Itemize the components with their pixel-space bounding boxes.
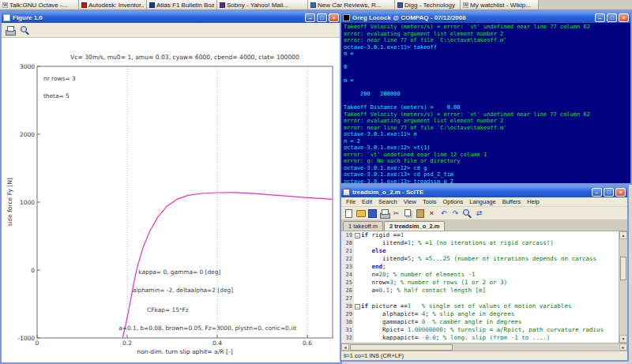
print-icon[interactable] [379, 208, 389, 219]
browser-tab[interactable]: WMy watchlist - Wikip... [461, 0, 539, 9]
scite-titlebar[interactable]: treadsim_o_2.m - SciTE – □ × [341, 186, 627, 197]
fold-margin [354, 334, 361, 342]
horizontal-scrollbar[interactable]: ◄ ► [341, 343, 627, 351]
console-line: octave-3.0.1.exe:11> takeoff [344, 44, 628, 51]
code-line: 27 [341, 295, 619, 302]
menu-options[interactable]: Options [439, 198, 466, 205]
undo-icon[interactable] [438, 208, 449, 219]
print-icon[interactable] [5, 25, 15, 36]
scrollbar-thumb[interactable] [350, 344, 453, 351]
close-button[interactable]: × [329, 13, 339, 22]
code-pane[interactable]: 19−if rigid ==120 iitend=1; % =1 (no ite… [341, 231, 619, 343]
paste-icon[interactable] [415, 208, 425, 219]
y-tick-label: 1000 [20, 199, 35, 206]
y-tick-label: 3000 [20, 63, 35, 70]
scroll-right-arrow[interactable]: ► [619, 343, 627, 351]
menu-buffers[interactable]: Buffers [499, 198, 525, 205]
close-button[interactable]: × [619, 13, 629, 22]
line-number: 21 [341, 247, 354, 255]
y-axis-label: side force Fy [N] [6, 178, 13, 227]
browser-tab[interactable]: Digg - Technology [395, 0, 461, 9]
maximize-button[interactable]: □ [317, 13, 327, 22]
fold-margin [354, 295, 361, 302]
console-output[interactable]: Takeoff Velocity (meters/s) = error: `vt… [341, 23, 630, 183]
scrollbar-thumb[interactable] [620, 257, 626, 280]
scite-icon [343, 189, 350, 196]
console-line: Takeoff Velocity (meters/s) = error: `vt… [344, 111, 628, 118]
console-window-title: Greg Locock @ COMPAQ - 07/12/2008 [352, 14, 592, 21]
code-line: 24 n=20; % number of elements -1 [341, 271, 619, 279]
figure-window: Figure 1.0 – □ × 00.20.40.6-100001000200… [0, 10, 342, 364]
line-number: 28 [341, 302, 354, 310]
scite-window: treadsim_o_2.m - SciTE – □ × FileEditSea… [340, 185, 629, 362]
console-line: error: evaluating argument list element … [344, 31, 628, 38]
atlas-f1-icon [149, 2, 155, 8]
figure-titlebar[interactable]: Figure 1.0 – □ × [2, 12, 340, 23]
menu-language[interactable]: Language [466, 198, 498, 205]
line-number: 27 [341, 295, 354, 302]
close-button[interactable]: × [615, 188, 626, 197]
menu-help[interactable]: Help [524, 198, 542, 205]
vertical-scrollbar[interactable]: ▲ ▼ [619, 231, 627, 343]
line-number: 26 [341, 287, 354, 295]
code-text: iitend=1; % =1 (no iterations at rigid c… [361, 239, 554, 247]
fold-margin [354, 287, 361, 295]
copy-icon[interactable] [403, 208, 413, 219]
save-icon[interactable] [367, 208, 378, 219]
minimize-button[interactable]: – [595, 13, 605, 22]
browser-tab[interactable]: Autodesk: Inventor... [79, 0, 147, 9]
wikipedia-icon: W [463, 2, 468, 8]
editor-tab[interactable]: 1 takeoff.m [343, 221, 383, 231]
editor-area[interactable]: 19−if rigid ==120 iitend=1; % =1 (no ite… [341, 231, 627, 343]
console-window-buttons: – □ × [595, 13, 629, 22]
editor-tab-bar: 1 takeoff.m2 treadsim_o_2.m [341, 220, 627, 231]
scroll-left-arrow[interactable]: ◄ [341, 343, 349, 351]
fold-toggle-icon[interactable]: − [355, 233, 360, 238]
plot-annotation: theta= 5 [43, 92, 70, 99]
menu-edit[interactable]: Edit [359, 198, 375, 205]
minimize-button[interactable]: – [592, 188, 602, 197]
browser-tab[interactable]: Sobny - Yahoo! Mail... [217, 0, 308, 9]
fold-toggle-icon[interactable]: − [355, 304, 360, 310]
browser-tab[interactable]: Atlas F1 Bulletin Boa... [147, 0, 217, 9]
browser-tab-label: Talk:GNU Octave -... [9, 2, 67, 9]
y-tick-label: 2000 [20, 131, 35, 138]
browser-tab[interactable]: WTalk:GNU Octave -... [0, 0, 79, 9]
delete-icon[interactable] [427, 208, 437, 219]
code-line: 21 else [341, 247, 619, 255]
find-icon[interactable] [462, 208, 472, 219]
menu-file[interactable]: File [343, 198, 359, 205]
redo-icon[interactable] [450, 208, 461, 219]
browser-tab[interactable]: New Car Reviews, R... [308, 0, 395, 9]
fold-margin [354, 279, 361, 287]
console-titlebar[interactable]: Greg Locock @ COMPAQ - 07/12/2008 – □ × [341, 12, 630, 23]
x-tick-label: 0.4 [213, 340, 222, 347]
menu-search[interactable]: Search [375, 198, 401, 205]
open-folder-icon[interactable] [356, 208, 366, 219]
code-text: Rpict= 1.00000000; % turnslip = a/Rpict,… [361, 326, 604, 334]
menu-view[interactable]: View [401, 198, 419, 205]
zoom-icon[interactable] [20, 25, 30, 36]
console-line [344, 71, 628, 78]
code-line: 19−if rigid ==1 [341, 231, 619, 239]
plot-area: 00.20.40.6-10000100020003000nr rows= 3th… [2, 38, 340, 362]
replace-icon[interactable] [474, 208, 484, 219]
console-line: octave-3.0.1.exe:12> vt(1) [344, 144, 628, 152]
minimize-button[interactable]: – [305, 13, 315, 22]
maximize-button[interactable]: □ [604, 188, 614, 197]
line-number: 25 [341, 279, 354, 287]
menu-tools[interactable]: Tools [419, 198, 440, 205]
console-line: octave-3.0.1.exe:12> cd g [344, 165, 628, 172]
line-number: 22 [341, 255, 354, 263]
x-tick-label: 0.6 [303, 340, 312, 347]
console-icon [343, 14, 350, 21]
fold-margin [354, 318, 361, 326]
new-file-icon[interactable] [344, 208, 354, 219]
scroll-up-arrow[interactable]: ▲ [619, 231, 627, 239]
editor-tab[interactable]: 2 treadsim_o_2.m [384, 221, 445, 231]
cut-icon[interactable] [391, 208, 401, 219]
fold-margin [354, 310, 361, 318]
scroll-down-arrow[interactable]: ▼ [619, 335, 627, 343]
fold-margin: − [354, 302, 361, 310]
maximize-button[interactable]: □ [607, 13, 617, 22]
